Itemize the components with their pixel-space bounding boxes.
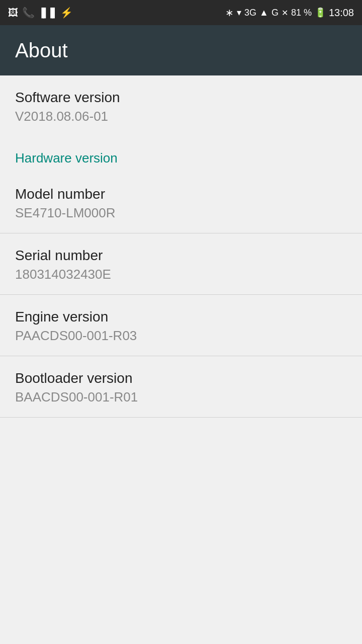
battery-percentage: 81 % — [291, 8, 312, 18]
signal-bars: ▲ — [259, 8, 268, 18]
battery-icon: 🔋 — [315, 7, 326, 18]
hardware-version-label: Hardware version — [15, 150, 118, 166]
network-g: G — [272, 8, 279, 18]
serial-number-item: Serial number 180314032430E — [0, 233, 362, 294]
engine-version-label: Engine version — [15, 309, 347, 325]
software-version-value: V2018.08.06-01 — [15, 109, 347, 124]
page-title: About — [15, 39, 68, 62]
model-number-label: Model number — [15, 186, 347, 202]
wifi-icon: ▾ — [237, 7, 241, 18]
status-bar: 🖼 📞 ▐▌▐▌ ⚡ ∗ ▾ 3G ▲ G ✕ 81 % 🔋 13:08 — [0, 0, 362, 25]
serial-number-value: 180314032430E — [15, 267, 347, 282]
bootloader-version-value: BAACDS00-001-R01 — [15, 389, 347, 405]
network-3g: 3G — [244, 8, 256, 18]
phone-icon: 📞 — [22, 7, 35, 19]
gallery-icon: 🖼 — [8, 7, 18, 19]
engine-version-item: Engine version PAACDS00-001-R03 — [0, 295, 362, 356]
network-x: ✕ — [282, 8, 288, 18]
app-bar: About — [0, 25, 362, 75]
engine-version-value: PAACDS00-001-R03 — [15, 328, 347, 344]
model-number-value: SE4710-LM000R — [15, 205, 347, 221]
barcode-icon: ▐▌▐▌ — [39, 8, 56, 18]
content-area: Software version V2018.08.06-01 Hardware… — [0, 75, 362, 418]
bootloader-version-item: Bootloader version BAACDS00-001-R01 — [0, 356, 362, 417]
software-version-item: Software version V2018.08.06-01 — [0, 75, 362, 136]
software-version-label: Software version — [15, 90, 347, 106]
clock: 13:08 — [329, 7, 354, 19]
bootloader-version-label: Bootloader version — [15, 370, 347, 386]
status-right-info: ∗ ▾ 3G ▲ G ✕ 81 % 🔋 13:08 — [225, 7, 354, 19]
serial-number-label: Serial number — [15, 248, 347, 264]
flash-icon: ⚡ — [60, 7, 73, 19]
divider-4 — [0, 417, 362, 418]
hardware-version-header: Hardware version — [0, 136, 362, 172]
bluetooth-icon: ∗ — [225, 7, 234, 19]
model-number-item: Model number SE4710-LM000R — [0, 172, 362, 233]
status-left-icons: 🖼 📞 ▐▌▐▌ ⚡ — [8, 7, 73, 19]
